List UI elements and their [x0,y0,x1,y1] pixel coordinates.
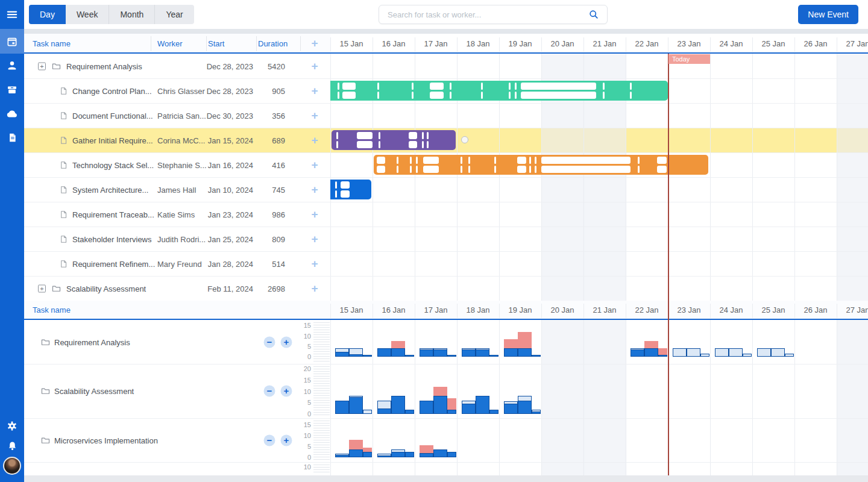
capacity-bar-allocated [447,410,456,415]
task-worker: Chris Glasser [157,86,205,95]
capacity-bar-allocated [433,449,447,457]
view-mode-week[interactable]: Week [66,5,110,24]
bar-segment [657,166,667,173]
bar-segment [541,157,631,164]
capacity-bar-free [700,354,709,357]
expand-toggle[interactable]: + [38,62,46,70]
toolbar-shadow-strip [24,29,868,34]
increase-capacity-button[interactable]: + [281,386,292,397]
view-mode-year[interactable]: Year [155,5,193,24]
table-row[interactable]: Gather Initial Require...Corina McC...Ja… [24,128,330,152]
capacity-bar-free [673,348,687,357]
date-divider [541,304,542,318]
expand-toggle[interactable]: + [38,284,46,292]
column-header-worker[interactable]: Worker [157,39,183,48]
file-icon [59,210,68,219]
capacity-bar-overallocated [518,332,532,349]
add-subtask-button[interactable]: + [311,84,318,98]
column-header-start[interactable]: Start [208,39,224,48]
timeline-date: 17 Jan [424,305,447,315]
histogram-group-row: Microservices Implementation−+ [24,418,330,462]
decrease-capacity-button[interactable]: − [264,336,275,348]
decrease-capacity-button[interactable]: − [264,434,275,446]
column-header-task-name[interactable]: Task name [33,39,71,48]
sidebar-item-calendar[interactable] [0,29,24,54]
gear-icon [6,420,18,432]
sidebar-item-cloud[interactable] [0,101,24,126]
search-input[interactable] [379,10,588,19]
date-divider [752,304,753,318]
sidebar-item-avatar[interactable] [0,455,24,477]
add-subtask-button[interactable]: + [311,208,318,221]
bar-segment [657,157,667,164]
grid-header: Task nameWorkerStartDuration+ [24,34,330,54]
bar-segment [427,141,429,148]
gantt-bar-blue[interactable] [330,180,371,199]
task-duration: 2698 [268,284,285,293]
timeline-date: 16 Jan [382,305,405,315]
add-subtask-button[interactable]: + [311,257,318,271]
capacity-bar-allocated [349,449,363,457]
add-subtask-button[interactable]: + [311,109,318,122]
bar-segment [377,157,385,164]
gantt-bar-purple[interactable] [332,130,456,150]
bar-segment [423,157,439,164]
capacity-bar-allocated [405,452,414,457]
user-avatar[interactable] [3,457,21,475]
bar-segment [397,157,398,164]
table-row[interactable]: Requirement Traceab...Katie SimsJan 23, … [24,202,330,227]
histogram-group-row: Requirement Analysis−+ [24,320,330,364]
table-row[interactable]: Document Functional...Patricia San...Dec… [24,103,330,128]
task-name: Technology Stack Sel... [72,160,154,169]
top-toolbar: DayWeekMonthYear New Event [24,0,868,29]
add-subtask-button[interactable]: + [311,233,318,246]
add-subtask-button[interactable]: + [311,60,318,73]
sidebar-item-menu[interactable] [0,2,24,27]
bar-segment [521,92,596,99]
sidebar-item-bell[interactable] [0,435,24,457]
task-start: Jan 16, 2024 [208,160,253,169]
sidebar-item-document[interactable] [0,125,24,150]
add-subtask-button[interactable]: + [311,134,318,147]
increase-capacity-button[interactable]: + [281,336,292,348]
add-subtask-button[interactable]: + [311,282,318,295]
table-row[interactable]: +Requirement AnalysisDec 28, 20235420+ [24,54,330,78]
capacity-bar-overallocated [391,341,405,348]
search-icon[interactable] [588,8,607,20]
bar-segment [638,166,640,173]
table-row[interactable]: Stakeholder InterviewsJudith Rodri...Jan… [24,227,330,251]
gantt-bar-green[interactable] [330,81,668,101]
bar-segment [416,166,418,173]
task-duration: 5420 [268,61,285,70]
table-row[interactable]: System Architecture...James HallJan 10, … [24,177,330,202]
table-row[interactable]: Technology Stack Sel...Stephanie S...Jan… [24,152,330,177]
capacity-bar-allocated [335,401,349,415]
table-row[interactable]: Requirement Refinem...Mary FreundJan 28,… [24,251,330,276]
date-divider [710,304,711,318]
column-header-duration[interactable]: Duration [258,39,288,48]
new-event-button[interactable]: New Event [798,5,858,24]
add-subtask-button[interactable]: + [311,183,318,196]
sidebar-item-person[interactable] [0,53,24,78]
horizontal-scrollbar[interactable] [24,475,868,482]
histogram-header-task-name[interactable]: Task name [33,305,71,315]
date-divider [499,304,500,318]
add-column-header-icon[interactable]: + [311,37,318,50]
table-row[interactable]: Change Control Plan...Chris GlasserDec 2… [24,78,330,103]
capacity-bar-free [363,410,372,415]
capacity-bar-allocated [377,455,391,457]
gantt-bar-orange[interactable] [374,155,708,175]
increase-capacity-button[interactable]: + [281,434,292,446]
resize-handle[interactable] [461,136,468,143]
selected-row-highlight [626,128,668,152]
view-mode-month[interactable]: Month [109,5,155,24]
view-mode-day[interactable]: Day [29,5,66,24]
sidebar-item-archive[interactable] [0,77,24,102]
sidebar-item-gear[interactable] [0,415,24,437]
add-subtask-button[interactable]: + [311,158,318,172]
decrease-capacity-button[interactable]: − [264,386,275,397]
capacity-bar-allocated [433,349,447,357]
task-start: Dec 30, 2023 [207,111,253,120]
table-row[interactable]: +Scalability AssessmentFeb 11, 20242698+ [24,276,330,301]
scale-tick-label: 15 [293,421,311,428]
